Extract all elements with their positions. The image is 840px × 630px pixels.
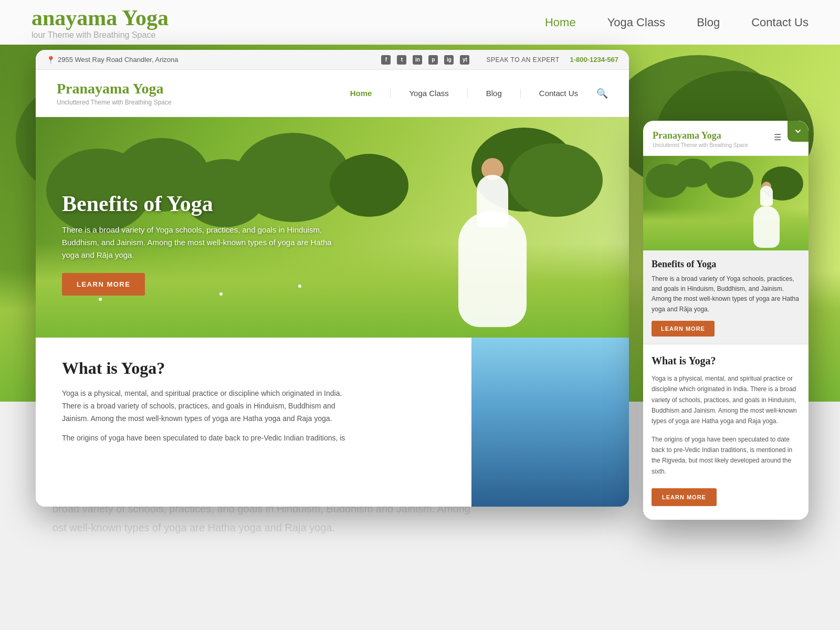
desktop-nav: Home Yoga Class Blog Contact Us 🔍: [350, 88, 608, 99]
desktop-card: 📍 2955 West Ray Road Chandler, Arizona f…: [36, 50, 629, 507]
mobile-chevron-icon[interactable]: [788, 121, 808, 142]
mobile-shrub-3: [706, 161, 753, 198]
lower-text-block: What is Yoga? Yoga is a physical, mental…: [36, 338, 471, 507]
desktop-infobar: 📍 2955 West Ray Road Chandler, Arizona f…: [36, 50, 629, 70]
nav-divider-2: [467, 89, 468, 98]
mobile-lower-text2: The origins of yoga have been speculated…: [652, 434, 800, 477]
nav-divider-1: [390, 89, 391, 98]
linkedin-icon[interactable]: in: [413, 55, 422, 65]
mobile-figure-dress: [753, 206, 780, 248]
mobile-brand-name: Pranayama Yoga: [653, 130, 748, 141]
pinterest-icon[interactable]: p: [428, 55, 438, 65]
speak-text: SPEAK TO AN EXPERT: [486, 56, 559, 64]
mobile-lower-text1: Yoga is a physical, mental, and spiritua…: [652, 373, 800, 427]
social-icons-group: f t in p ig yt SPEAK TO AN EXPERT 1-800-…: [381, 55, 618, 65]
facebook-icon[interactable]: f: [381, 55, 391, 65]
nav-divider-3: [520, 89, 521, 98]
lower-section-title: What is Yoga?: [62, 359, 445, 378]
mobile-hero-description: There is a broad variety of Yoga schools…: [652, 274, 800, 314]
bg-brand-name: anayama Yoga: [32, 5, 169, 30]
bg-nav-home: Home: [545, 16, 576, 29]
desktop-hero: Benefits of Yoga There is a broad variet…: [36, 117, 629, 338]
nav-contact[interactable]: Contact Us: [539, 89, 578, 98]
bg-nav-contact: Contact Us: [751, 16, 808, 29]
mobile-menu-icon[interactable]: ☰: [774, 132, 781, 142]
mobile-yoga-figure: [753, 184, 780, 248]
address-bar: 📍 2955 West Ray Road Chandler, Arizona: [46, 56, 178, 64]
hero-text-block: Benefits of Yoga There is a broad variet…: [62, 191, 335, 296]
twitter-icon[interactable]: t: [397, 55, 406, 65]
search-icon[interactable]: 🔍: [596, 88, 608, 99]
nav-yoga-class[interactable]: Yoga Class: [409, 89, 448, 98]
brand-tagline: Uncluttered Theme with Breathing Space: [57, 99, 172, 106]
lower-section-text2: The origins of yoga have been speculated…: [62, 432, 351, 445]
lower-image: [471, 338, 629, 507]
bg-nav-blog: Blog: [697, 16, 720, 29]
flower-2: [99, 298, 102, 301]
nav-home[interactable]: Home: [350, 89, 372, 98]
youtube-icon[interactable]: yt: [460, 55, 469, 65]
shrub-5: [330, 154, 408, 217]
mobile-hero-learn-more-button[interactable]: LEARN MORE: [652, 321, 715, 337]
mobile-lower-title: What is Yoga?: [652, 355, 800, 367]
mobile-hero-ground: [643, 208, 808, 250]
hero-description: There is a broad variety of Yoga schools…: [62, 224, 335, 261]
mobile-figure-torso: [760, 186, 773, 206]
bg-nav-yogaclass: Yoga Class: [607, 16, 665, 29]
pin-icon: 📍: [46, 56, 55, 64]
mobile-lower-learn-more-button[interactable]: LEARN MORE: [652, 488, 717, 506]
mobile-hero-image: [643, 156, 808, 250]
address-text: 2955 West Ray Road Chandler, Arizona: [58, 56, 178, 64]
mobile-hero-content: Benefits of Yoga There is a broad variet…: [643, 250, 808, 344]
mobile-lower-section: What is Yoga? Yoga is a physical, mental…: [643, 344, 808, 520]
hero-title: Benefits of Yoga: [62, 191, 335, 216]
figure-dress: [458, 212, 527, 327]
mobile-hero-title: Benefits of Yoga: [652, 259, 800, 270]
lower-section-text1: Yoga is a physical, mental, and spiritua…: [62, 387, 351, 425]
mobile-header: Pranayama Yoga Uncluttered Theme with Br…: [643, 121, 808, 156]
bg-nav: Home Yoga Class Blog Contact Us: [545, 16, 808, 29]
phone-number[interactable]: 1-800-1234-567: [570, 56, 618, 64]
brand-block: Pranayama Yoga Uncluttered Theme with Br…: [57, 80, 172, 106]
mobile-brand-tagline: Uncluttered Theme with Breathing Space: [653, 142, 748, 148]
mobile-card: Pranayama Yoga Uncluttered Theme with Br…: [643, 121, 808, 520]
mobile-hero-background: [643, 156, 808, 250]
yoga-figure: [435, 149, 550, 327]
instagram-icon[interactable]: ig: [444, 55, 454, 65]
desktop-header: Pranayama Yoga Uncluttered Theme with Br…: [36, 70, 629, 117]
hero-learn-more-button[interactable]: LEARN MORE: [62, 273, 145, 296]
bg-brand-tagline: lour Theme with Breathing Space: [32, 30, 169, 40]
brand-name: Pranayama Yoga: [57, 80, 172, 97]
nav-blog[interactable]: Blog: [486, 89, 502, 98]
desktop-lower-section: What is Yoga? Yoga is a physical, mental…: [36, 338, 629, 507]
mobile-shrub-2: [675, 159, 711, 187]
